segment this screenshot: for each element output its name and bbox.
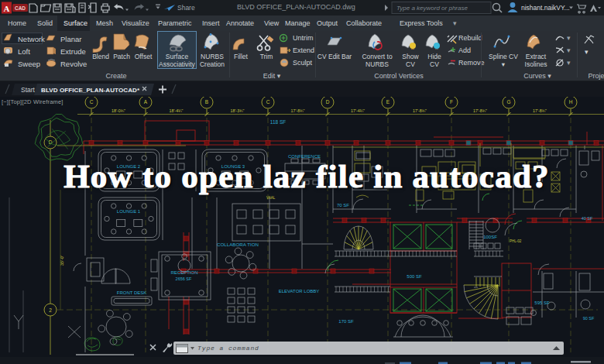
svg-text:F: F — [450, 99, 453, 105]
svg-text:C: C — [90, 99, 94, 105]
svg-text:VAAL: VAAL — [266, 196, 276, 200]
svg-text:nishant.naikVY...: nishant.naikVY... — [521, 4, 570, 12]
svg-text:CAD: CAD — [15, 5, 26, 11]
svg-text:170 SF: 170 SF — [338, 319, 354, 324]
svg-text:18'-0¾": 18'-0¾" — [112, 108, 125, 113]
svg-text:500 SF: 500 SF — [407, 274, 422, 279]
svg-text:90 SF: 90 SF — [583, 316, 595, 321]
svg-text:2: 2 — [49, 307, 52, 313]
svg-text:A: A — [4, 4, 10, 13]
svg-text:FRONT DESK: FRONT DESK — [117, 290, 147, 295]
svg-text:D: D — [326, 99, 330, 105]
svg-text:B: B — [205, 99, 208, 105]
svg-text:Type a keyword or phrase: Type a keyword or phrase — [396, 5, 468, 12]
svg-text:H: H — [569, 99, 573, 105]
svg-text:17'-4¼": 17'-4¼" — [351, 108, 365, 113]
svg-text:PHL-02: PHL-02 — [510, 239, 522, 243]
svg-text:C: C — [266, 99, 270, 105]
svg-text:17'-8¾": 17'-8¾" — [413, 108, 427, 113]
svg-text:595 SF: 595 SF — [534, 300, 550, 305]
svg-text:17'-8¾": 17'-8¾" — [533, 108, 547, 113]
svg-text:100SF: 100SF — [483, 235, 497, 239]
svg-text:G: G — [506, 99, 510, 105]
svg-text:A: A — [144, 99, 148, 105]
svg-text:70 SF: 70 SF — [337, 203, 349, 208]
svg-text:ELEVATOR LOBBY: ELEVATOR LOBBY — [279, 289, 320, 294]
svg-text:18'-4¼": 18'-4¼" — [170, 108, 184, 113]
svg-text:118 SF: 118 SF — [270, 119, 287, 125]
svg-text:Share: Share — [177, 4, 195, 12]
svg-text:40 SF: 40 SF — [582, 216, 593, 221]
svg-text:COLLABORA TION: COLLABORA TION — [217, 242, 259, 247]
svg-text:BLVD OFFICE_PLAN-AUTOCAD*: BLVD OFFICE_PLAN-AUTOCAD* — [41, 87, 140, 94]
svg-text:RECEPTION: RECEPTION — [170, 270, 197, 275]
svg-text:17'-8¾": 17'-8¾" — [291, 108, 305, 113]
svg-text:17'-8¾": 17'-8¾" — [473, 108, 487, 113]
svg-text:Start: Start — [21, 86, 36, 94]
svg-text:18'-3¾": 18'-3¾" — [231, 108, 245, 113]
svg-text:E: E — [386, 99, 390, 105]
svg-text:LOUNGE 1: LOUNGE 1 — [117, 209, 141, 214]
svg-text:2656 SF: 2656 SF — [176, 276, 192, 281]
